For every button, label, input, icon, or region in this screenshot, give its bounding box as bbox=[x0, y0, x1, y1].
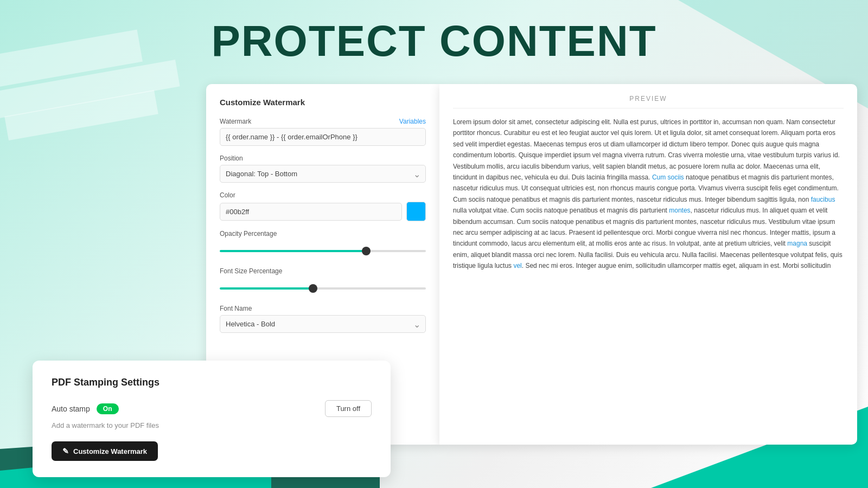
customize-watermark-button[interactable]: ✎ Customize Watermark bbox=[52, 441, 158, 461]
stamp-description: Add a watermark to your PDF files bbox=[52, 421, 372, 429]
customize-icon: ✎ bbox=[62, 447, 69, 455]
font-size-field-group: Font Size Percentage bbox=[220, 267, 426, 296]
turn-off-button[interactable]: Turn off bbox=[325, 400, 372, 417]
font-name-select-wrapper: Helvetica - Bold Arial - Regular Times N… bbox=[220, 315, 426, 333]
watermark-label-row: Watermark Variables bbox=[220, 118, 426, 125]
watermark-label: Watermark bbox=[220, 118, 251, 125]
color-row bbox=[220, 202, 426, 221]
color-label: Color bbox=[220, 191, 426, 199]
font-name-field-group: Font Name Helvetica - Bold Arial - Regul… bbox=[220, 305, 426, 333]
customize-watermark-title: Customize Watermark bbox=[220, 98, 426, 107]
stamp-left-section: Auto stamp On bbox=[52, 403, 119, 414]
font-size-slider[interactable] bbox=[220, 287, 426, 290]
opacity-label: Opacity Percentage bbox=[220, 230, 426, 237]
color-swatch[interactable] bbox=[406, 202, 426, 221]
color-field-group: Color bbox=[220, 191, 426, 221]
font-name-label: Font Name bbox=[220, 305, 426, 312]
pdf-settings-title: PDF Stamping Settings bbox=[52, 377, 372, 388]
preview-panel: PREVIEW Lorem ipsum dolor sit amet, cons… bbox=[439, 84, 857, 445]
position-label: Position bbox=[220, 155, 426, 162]
opacity-slider-wrapper bbox=[220, 240, 426, 259]
preview-text: Lorem ipsum dolor sit amet, consectetur … bbox=[453, 117, 844, 271]
watermark-field-group: Watermark Variables bbox=[220, 118, 426, 146]
opacity-slider[interactable] bbox=[220, 250, 426, 252]
variables-link[interactable]: Variables bbox=[399, 118, 426, 125]
position-select-wrapper: Diagonal: Top - Bottom bbox=[220, 165, 426, 183]
auto-stamp-label: Auto stamp bbox=[52, 404, 90, 413]
color-input[interactable] bbox=[220, 203, 402, 221]
page-title: PROTECT CONTENT bbox=[0, 16, 868, 66]
customize-label: Customize Watermark bbox=[73, 447, 147, 455]
position-field-group: Position Diagonal: Top - Bottom bbox=[220, 155, 426, 183]
opacity-field-group: Opacity Percentage bbox=[220, 230, 426, 259]
stamp-status-row: Auto stamp On Turn off bbox=[52, 400, 372, 417]
pdf-stamping-modal: PDF Stamping Settings Auto stamp On Turn… bbox=[33, 361, 391, 477]
font-name-select[interactable]: Helvetica - Bold Arial - Regular Times N… bbox=[220, 315, 426, 333]
watermark-input[interactable] bbox=[220, 128, 426, 146]
font-size-slider-wrapper bbox=[220, 278, 426, 296]
font-size-label: Font Size Percentage bbox=[220, 267, 426, 275]
position-select[interactable]: Diagonal: Top - Bottom bbox=[220, 165, 426, 183]
on-badge: On bbox=[97, 403, 119, 414]
preview-header: PREVIEW bbox=[453, 95, 844, 108]
